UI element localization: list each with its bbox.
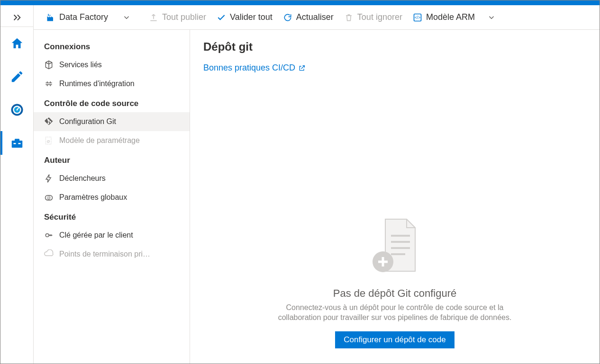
globals-icon: @ (44, 193, 54, 202)
main-page: Dépôt git Bonnes pratiques CI/CD (190, 30, 600, 364)
sidebar-section-source-control: Contrôle de code source (34, 93, 190, 112)
sidebar-item-integration-runtimes[interactable]: Runtimes d'intégration (34, 74, 190, 93)
sidebar-item-label: Paramètres globaux (59, 193, 127, 202)
validate-label: Valider tout (230, 12, 273, 22)
sidebar-section-connexions: Connexions (34, 36, 190, 55)
publish-all-button[interactable]: Tout publier (145, 9, 210, 25)
box-icon (44, 60, 54, 70)
sidebar-item-label: Clé gérée par le client (59, 231, 133, 240)
nav-rail (0, 5, 34, 364)
trash-icon (344, 13, 354, 22)
sidebar-item-triggers[interactable]: Déclencheurs (34, 169, 190, 188)
link-label: Bonnes pratiques CI/CD (203, 63, 295, 73)
brand-dropdown[interactable]: Data Factory (42, 9, 135, 25)
git-icon (44, 117, 54, 126)
rail-author[interactable] (0, 60, 34, 93)
svg-point-3 (16, 109, 18, 111)
sidebar-section-author: Auteur (34, 150, 190, 169)
manage-sidebar: Connexions Services liés Runtimes d'inté… (34, 30, 190, 364)
empty-title: Pas de dépôt Git configuré (333, 287, 457, 300)
sidebar-item-label: Runtimes d'intégration (59, 80, 135, 88)
chevron-down-icon (122, 13, 131, 22)
sidebar-section-security: Sécurité (34, 207, 190, 226)
integration-icon (44, 79, 54, 89)
discard-all-button[interactable]: Tout ignorer (340, 9, 406, 25)
svg-text:@: @ (46, 139, 50, 143)
rail-expand-button[interactable] (0, 8, 34, 27)
page-title: Dépôt git (203, 40, 586, 53)
sidebar-item-label: Points de terminaison pri… (59, 250, 150, 258)
trigger-icon (44, 174, 54, 183)
configure-repo-button[interactable]: Configurer un dépôt de code (335, 331, 455, 348)
endpoint-icon (44, 249, 54, 259)
sidebar-item-global-parameters[interactable]: @ Paramètres globaux (34, 188, 190, 207)
factory-icon (46, 13, 55, 22)
toolbar: Data Factory Tout publier Valider tout (34, 5, 600, 30)
param-icon: @ (44, 136, 54, 145)
validate-all-button[interactable]: Valider tout (213, 9, 276, 25)
arm-template-dropdown[interactable]: </> Modèle ARM (409, 9, 500, 25)
svg-rect-7 (18, 143, 20, 144)
discard-label: Tout ignorer (357, 12, 402, 22)
svg-rect-6 (13, 143, 16, 144)
sidebar-item-label: Déclencheurs (59, 174, 106, 183)
external-link-icon (298, 64, 306, 72)
check-icon (217, 13, 226, 22)
sidebar-item-git-configuration[interactable]: Configuration Git (34, 112, 190, 131)
top-accent-bar (0, 0, 600, 5)
svg-text:@: @ (47, 195, 51, 200)
svg-rect-5 (15, 139, 19, 141)
refresh-label: Actualiser (296, 12, 334, 22)
refresh-button[interactable]: Actualiser (279, 9, 337, 25)
svg-text:</>: </> (415, 15, 420, 20)
key-icon (44, 231, 54, 240)
svg-point-14 (45, 234, 49, 237)
empty-illustration (366, 214, 423, 281)
cicd-best-practices-link[interactable]: Bonnes pratiques CI/CD (203, 63, 586, 73)
arm-label: Modèle ARM (426, 12, 475, 22)
empty-state: Pas de dépôt Git configuré Connectez-vou… (203, 73, 586, 353)
sidebar-item-private-endpoints[interactable]: Points de terminaison pri… (34, 245, 190, 264)
sidebar-item-label: Configuration Git (59, 117, 116, 126)
sidebar-item-label: Services liés (59, 61, 102, 69)
rail-manage[interactable] (0, 126, 34, 160)
publish-label: Tout publier (162, 12, 206, 22)
svg-rect-4 (11, 141, 22, 148)
chevron-down-icon (487, 13, 496, 22)
rail-home[interactable] (0, 27, 34, 60)
sidebar-item-label: Modèle de paramétrage (59, 136, 140, 145)
brand-label: Data Factory (59, 12, 108, 22)
sidebar-item-linked-services[interactable]: Services liés (34, 55, 190, 74)
rail-monitor[interactable] (0, 93, 34, 126)
arm-icon: </> (413, 13, 422, 22)
sidebar-item-customer-managed-key[interactable]: Clé gérée par le client (34, 226, 190, 245)
sidebar-item-parameterization-template[interactable]: @ Modèle de paramétrage (34, 131, 190, 150)
upload-icon (149, 13, 158, 22)
empty-description: Connectez-vous à un dépôt pour le contrô… (272, 302, 518, 323)
refresh-icon (283, 13, 292, 22)
